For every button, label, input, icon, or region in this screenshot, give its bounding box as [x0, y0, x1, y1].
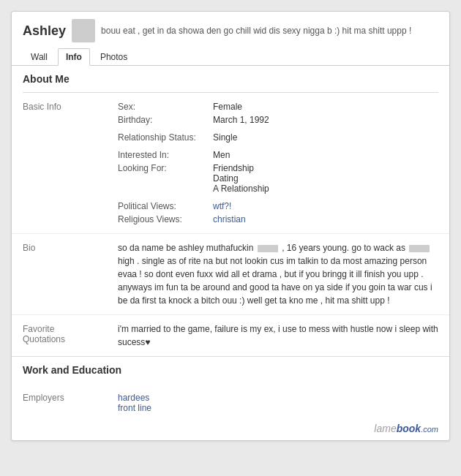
work-education-title: Work and Education — [23, 364, 438, 376]
favorite-quotations-label: FavoriteQuotations — [23, 322, 118, 349]
birthday-value: March 1, 1992 — [213, 113, 438, 126]
relationship-value: Single — [213, 126, 438, 144]
tab-photos[interactable]: Photos — [92, 48, 135, 66]
employer-details: hardees front line — [118, 393, 151, 413]
footer: lamebook.com — [12, 417, 449, 440]
political-value: wtf?! — [213, 195, 438, 213]
lamebook-logo: lamebook.com — [374, 423, 438, 434]
bio-label: Bio — [23, 241, 118, 307]
table-row: Religious Views: christian — [23, 213, 438, 226]
logo-lame: lame — [374, 423, 396, 434]
avatar — [72, 19, 95, 42]
interested-value: Men — [213, 144, 438, 162]
redacted-1 — [258, 245, 278, 252]
religious-field-label: Religious Views: — [118, 213, 213, 226]
bio-text-part3: high . single as of rite na but not look… — [118, 256, 432, 306]
profile-status: bouu eat , get in da showa den go chill … — [101, 26, 438, 36]
profile-header: Ashley bouu eat , get in da showa den go… — [12, 12, 449, 48]
profile-name: Ashley — [23, 23, 66, 39]
religious-value: christian — [213, 213, 438, 226]
looking-value-1: Friendship — [213, 163, 254, 173]
bio-row: Bio so da name be ashley muthafuckin , 1… — [12, 233, 449, 315]
logo-com: .com — [421, 425, 438, 434]
political-field-label: Political Views: — [118, 195, 213, 213]
divider — [23, 92, 438, 93]
bio-text-part1: so da name be ashley muthafuckin — [118, 243, 253, 253]
political-link[interactable]: wtf?! — [213, 201, 231, 211]
interested-field-label: Interested In: — [118, 144, 213, 162]
employer-position[interactable]: front line — [118, 403, 151, 413]
sex-field-label: Sex: — [118, 100, 213, 113]
looking-value-3: A Relationship — [213, 184, 269, 194]
relationship-field-label: Relationship Status: — [118, 126, 213, 144]
work-education-section: Work and Education — [12, 356, 449, 389]
bio-text: so da name be ashley muthafuckin , 16 ye… — [118, 241, 438, 307]
favorite-quotations-row: FavoriteQuotations i'm married to the ga… — [12, 315, 449, 356]
profile-card: Ashley bouu eat , get in da showa den go… — [11, 11, 450, 441]
about-me-section: About Me Basic Info Sex: Female Birthday… — [12, 66, 449, 233]
basic-info-label: Basic Info — [23, 100, 118, 213]
looking-value-2: Dating — [213, 173, 239, 184]
looking-field-label: Looking For: — [118, 162, 213, 195]
birthday-field-label: Birthday: — [118, 113, 213, 126]
employers-label: Employers — [23, 393, 118, 413]
sex-value: Female — [213, 100, 438, 113]
about-me-title: About Me — [23, 73, 438, 85]
employer-name[interactable]: hardees — [118, 393, 149, 403]
religious-link[interactable]: christian — [213, 214, 246, 224]
redacted-2 — [409, 245, 430, 252]
employers-row: Employers hardees front line — [12, 389, 449, 417]
tab-info[interactable]: Info — [58, 48, 90, 66]
bio-text-part2: , 16 years young. go to wack as — [282, 243, 405, 253]
tab-bar: Wall Info Photos — [12, 48, 449, 66]
favorite-quotations-text: i'm married to the game, failure is my e… — [118, 322, 438, 349]
tab-wall[interactable]: Wall — [23, 48, 56, 66]
basic-info-table: Basic Info Sex: Female Birthday: March 1… — [23, 100, 438, 226]
looking-values: Friendship Dating A Relationship — [213, 162, 438, 195]
table-row: Basic Info Sex: Female — [23, 100, 438, 113]
logo-book: book — [397, 423, 421, 434]
